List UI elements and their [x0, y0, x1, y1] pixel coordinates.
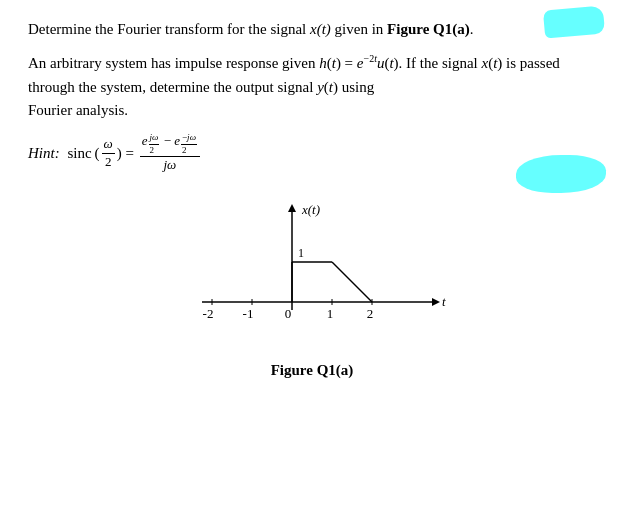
signal-ramp	[332, 262, 372, 302]
figure-label: Figure Q1(a)	[271, 362, 354, 379]
hint-label: Hint:	[28, 142, 63, 165]
figure-ref: Figure Q1(a)	[387, 21, 470, 37]
frac-numerator: ω	[102, 136, 115, 154]
math-xt: x(t)	[310, 21, 331, 37]
graph-figure: -2 -1 0 1 2 t x(t) 1	[172, 192, 452, 356]
rhs-denominator: jω	[161, 157, 178, 174]
peak-label: 1	[298, 246, 304, 260]
x-axis-arrow	[432, 298, 440, 306]
label-2: 2	[367, 306, 374, 321]
hint-line: Hint: sinc ( ω 2 ) = ejω2 − e−jω2 jω	[28, 132, 596, 174]
word-using: using	[342, 79, 375, 95]
label-t: t	[442, 294, 446, 309]
signal-graph: -2 -1 0 1 2 t x(t) 1	[172, 192, 452, 352]
frac-denominator: 2	[103, 154, 114, 171]
paragraph-1: Determine the Fourier transform for the …	[28, 18, 596, 41]
sinc-arg-frac: ω 2	[102, 136, 115, 171]
y-axis-arrow	[288, 204, 296, 212]
sinc-expression: sinc ( ω 2 ) = ejω2 − e−jω2 jω	[67, 132, 202, 174]
sinc-rhs-frac: ejω2 − e−jω2 jω	[140, 132, 200, 174]
label-0: 0	[285, 306, 292, 321]
graph-container: -2 -1 0 1 2 t x(t) 1 Figure Q1(a)	[28, 192, 596, 379]
main-content: Determine the Fourier transform for the …	[0, 0, 624, 389]
label-neg2: -2	[203, 306, 214, 321]
label-neg1: -1	[243, 306, 254, 321]
y-axis-label: x(t)	[301, 202, 320, 217]
rhs-numerator: ejω2 − e−jω2	[140, 132, 200, 157]
label-1: 1	[327, 306, 334, 321]
paragraph-2: An arbitrary system has impulse response…	[28, 51, 596, 122]
